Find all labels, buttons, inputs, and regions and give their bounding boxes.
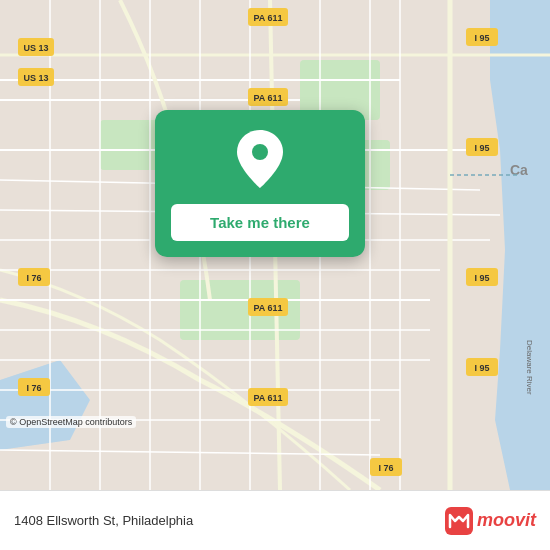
svg-text:I 76: I 76 xyxy=(26,273,41,283)
osm-attribution: © OpenStreetMap contributors xyxy=(6,416,136,428)
moovit-logo: moovit xyxy=(445,507,536,535)
svg-text:Delaware River: Delaware River xyxy=(525,340,534,395)
svg-text:I 95: I 95 xyxy=(474,143,489,153)
svg-text:Ca: Ca xyxy=(510,162,528,178)
address-label: 1408 Ellsworth St, Philadelphia xyxy=(14,513,193,528)
svg-text:PA 611: PA 611 xyxy=(253,13,282,23)
svg-text:PA 611: PA 611 xyxy=(253,393,282,403)
svg-text:PA 611: PA 611 xyxy=(253,93,282,103)
svg-text:I 76: I 76 xyxy=(26,383,41,393)
map-pin-icon xyxy=(235,130,285,190)
take-me-there-button[interactable]: Take me there xyxy=(171,204,349,241)
svg-point-59 xyxy=(252,144,268,160)
svg-text:PA 611: PA 611 xyxy=(253,303,282,313)
location-card: Take me there xyxy=(155,110,365,257)
moovit-brand-name: moovit xyxy=(477,510,536,531)
svg-text:US 13: US 13 xyxy=(23,43,48,53)
svg-text:I 95: I 95 xyxy=(474,273,489,283)
moovit-icon xyxy=(445,507,473,535)
bottom-bar: 1408 Ellsworth St, Philadelphia moovit xyxy=(0,490,550,550)
svg-text:US 13: US 13 xyxy=(23,73,48,83)
svg-text:I 95: I 95 xyxy=(474,363,489,373)
svg-text:I 95: I 95 xyxy=(474,33,489,43)
map-container: US 13 US 13 PA 611 PA 611 I 95 I 95 I 95… xyxy=(0,0,550,490)
svg-text:I 76: I 76 xyxy=(378,463,393,473)
